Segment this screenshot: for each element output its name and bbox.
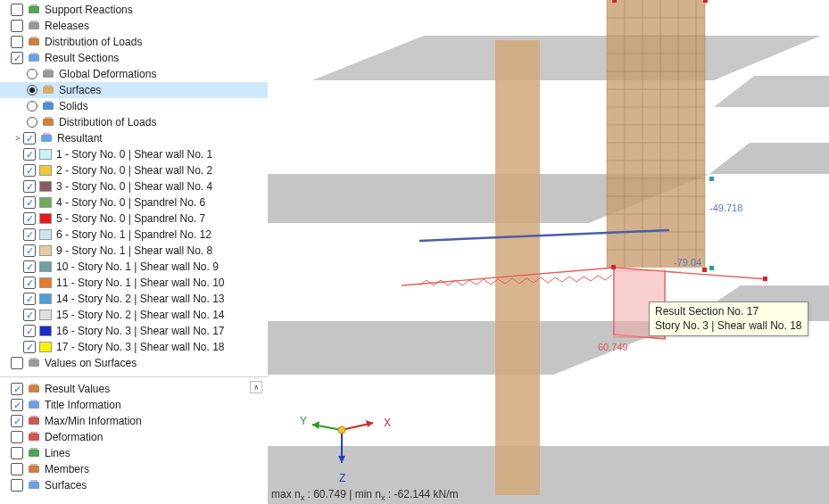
tree-item[interactable]: Global Deformations bbox=[0, 66, 268, 82]
tree-item[interactable]: Solids bbox=[0, 98, 268, 114]
checkbox[interactable] bbox=[23, 277, 36, 289]
checkbox[interactable] bbox=[11, 357, 23, 369]
tree-item-label: 1 - Story No. 0 | Shear wall No. 1 bbox=[56, 148, 212, 161]
tree-item-label: Global Deformations bbox=[59, 68, 156, 80]
svg-rect-71 bbox=[709, 177, 714, 181]
tree-item[interactable]: Lines bbox=[0, 445, 268, 461]
tree-item[interactable]: 11 - Story No. 1 | Shear wall No. 10 bbox=[0, 275, 268, 291]
tree-item[interactable]: 16 - Story No. 3 | Shear wall No. 17 bbox=[0, 323, 268, 339]
axis-gizmo bbox=[302, 399, 382, 479]
svg-rect-11 bbox=[45, 85, 52, 87]
releases-icon bbox=[27, 19, 41, 33]
tree-item[interactable]: Title Information bbox=[0, 397, 268, 413]
tree-item-label: 17 - Story No. 3 | Shear wall No. 18 bbox=[56, 341, 225, 353]
color-swatch bbox=[39, 229, 52, 240]
tree-item-label: Members bbox=[45, 463, 89, 475]
checkbox[interactable] bbox=[23, 293, 36, 305]
checkbox[interactable] bbox=[23, 325, 36, 337]
collapse-panel-button[interactable]: ∧ bbox=[250, 381, 262, 393]
resultsection-icon bbox=[27, 51, 41, 65]
checkbox[interactable] bbox=[23, 309, 36, 321]
tree-item[interactable]: Releases bbox=[0, 18, 268, 34]
expand-toggle[interactable]: > bbox=[12, 134, 23, 143]
svg-rect-31 bbox=[30, 464, 37, 467]
checkbox[interactable] bbox=[23, 212, 36, 225]
checkbox[interactable] bbox=[23, 260, 36, 273]
svg-rect-3 bbox=[30, 21, 37, 23]
svg-rect-25 bbox=[30, 416, 37, 418]
checkbox[interactable] bbox=[11, 431, 23, 443]
checkbox[interactable] bbox=[11, 36, 23, 48]
members-icon bbox=[27, 462, 41, 476]
tree-item[interactable]: 17 - Story No. 3 | Shear wall No. 18 bbox=[0, 339, 268, 355]
svg-rect-19 bbox=[30, 358, 37, 360]
radio[interactable] bbox=[27, 69, 37, 79]
checkbox[interactable] bbox=[23, 180, 36, 193]
checkbox[interactable] bbox=[11, 399, 23, 411]
svg-rect-4 bbox=[29, 38, 39, 45]
checkbox[interactable] bbox=[23, 228, 36, 241]
tree-item-label: Values on Surfaces bbox=[45, 357, 137, 369]
checkbox[interactable] bbox=[23, 196, 36, 209]
svg-rect-28 bbox=[29, 450, 39, 457]
tree-item-label: Surfaces bbox=[45, 479, 87, 492]
tree-item[interactable]: 5 - Story No. 0 | Spandrel No. 7 bbox=[0, 211, 268, 227]
axis-x-label: X bbox=[384, 417, 391, 429]
tree-item[interactable]: Surfaces bbox=[0, 82, 268, 98]
checkbox[interactable] bbox=[11, 52, 23, 64]
checkbox[interactable] bbox=[23, 148, 36, 161]
tree-item[interactable]: 10 - Story No. 1 | Shear wall No. 9 bbox=[0, 259, 268, 275]
radio[interactable] bbox=[27, 85, 37, 95]
checkbox[interactable] bbox=[11, 383, 23, 395]
color-swatch bbox=[39, 197, 52, 208]
tree-item[interactable]: Max/Min Information bbox=[0, 413, 268, 429]
tree-item[interactable]: 15 - Story No. 2 | Shear wall No. 14 bbox=[0, 307, 268, 323]
value-mid: -79.04 bbox=[674, 257, 701, 268]
checkbox[interactable] bbox=[23, 341, 36, 353]
tree-item[interactable]: >Resultant bbox=[0, 130, 268, 146]
radio[interactable] bbox=[27, 117, 37, 128]
tree-item[interactable]: 4 - Story No. 0 | Spandrel No. 6 bbox=[0, 194, 268, 211]
color-swatch bbox=[39, 165, 52, 176]
color-swatch bbox=[39, 342, 52, 352]
checkbox[interactable] bbox=[23, 164, 36, 177]
checkbox[interactable] bbox=[11, 4, 23, 16]
tree-item[interactable]: Support Reactions bbox=[0, 2, 268, 18]
tree-item[interactable]: Result Sections bbox=[0, 50, 268, 66]
tree-item-label: Result Values bbox=[45, 383, 110, 395]
svg-marker-35 bbox=[714, 76, 829, 107]
radio[interactable] bbox=[27, 101, 37, 112]
svg-rect-14 bbox=[43, 119, 54, 126]
tree-item[interactable]: 14 - Story No. 2 | Shear wall No. 13 bbox=[0, 291, 268, 307]
checkbox[interactable] bbox=[11, 463, 23, 475]
tree-item[interactable]: Result Values bbox=[0, 381, 268, 397]
tree-item-label: 15 - Story No. 2 | Shear wall No. 14 bbox=[56, 309, 225, 321]
svg-rect-72 bbox=[709, 266, 714, 270]
color-swatch bbox=[39, 326, 52, 336]
svg-rect-6 bbox=[29, 54, 39, 62]
checkbox[interactable] bbox=[11, 447, 23, 459]
tree-item[interactable]: 9 - Story No. 1 | Shear wall No. 8 bbox=[0, 243, 268, 259]
tree-item[interactable]: 3 - Story No. 0 | Shear wall No. 4 bbox=[0, 178, 268, 194]
tree-item[interactable]: Distribution of Loads bbox=[0, 34, 268, 50]
tree-item[interactable]: Members bbox=[0, 461, 268, 477]
tooltip-line1: Result Section No. 17 bbox=[655, 305, 802, 319]
checkbox[interactable] bbox=[11, 415, 23, 427]
checkbox[interactable] bbox=[11, 20, 23, 32]
svg-marker-76 bbox=[312, 421, 319, 429]
checkbox[interactable] bbox=[11, 479, 23, 492]
viewport-3d[interactable]: X Y Z -49.718 -79.04 60.749 Result Secti… bbox=[268, 0, 829, 504]
checkbox[interactable] bbox=[23, 132, 36, 145]
tree-item[interactable]: 6 - Story No. 1 | Spandrel No. 12 bbox=[0, 227, 268, 243]
solids-icon bbox=[41, 99, 55, 113]
tree-item[interactable]: Values on Surfaces bbox=[0, 355, 268, 371]
tree-item[interactable]: Distribution of Loads bbox=[0, 114, 268, 130]
tree-item[interactable]: Deformation bbox=[0, 429, 268, 445]
checkbox[interactable] bbox=[23, 244, 36, 257]
svg-rect-15 bbox=[45, 117, 52, 120]
svg-rect-66 bbox=[612, 0, 617, 3]
tree-item[interactable]: Surfaces bbox=[0, 477, 268, 493]
color-swatch bbox=[39, 181, 52, 192]
tree-item[interactable]: 2 - Story No. 0 | Shear wall No. 2 bbox=[0, 162, 268, 178]
tree-item[interactable]: 1 - Story No. 0 | Shear wall No. 1 bbox=[0, 146, 268, 162]
